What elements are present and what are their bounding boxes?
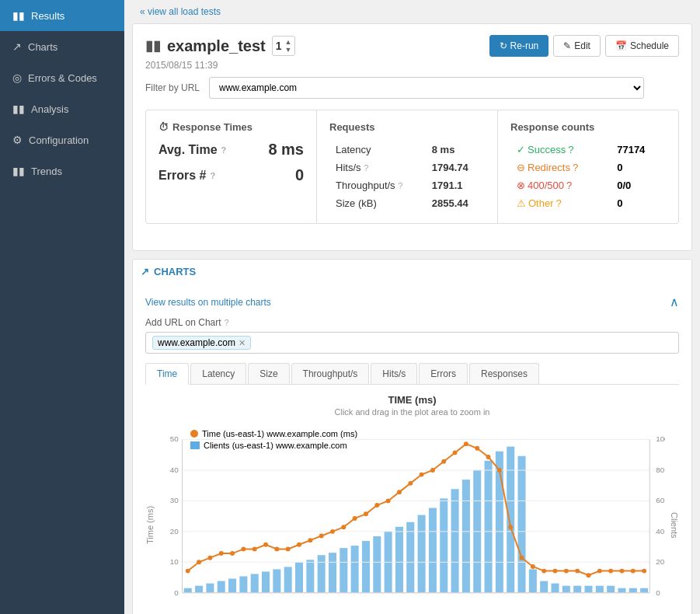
svg-text:60: 60: [656, 496, 664, 504]
svg-rect-5: [239, 577, 247, 593]
charts-inner: View results on multiple charts ∧ Add UR…: [133, 285, 691, 614]
svg-rect-24: [451, 489, 459, 593]
svg-text:20: 20: [170, 527, 179, 536]
charts-top-row: View results on multiple charts ∧: [145, 295, 679, 309]
filter-select[interactable]: www.example.com: [209, 77, 644, 99]
svg-text:20: 20: [656, 557, 664, 566]
svg-point-88: [464, 441, 468, 446]
rerun-icon: ↻: [500, 40, 507, 51]
svg-rect-16: [362, 541, 370, 593]
svg-text:0: 0: [656, 588, 660, 597]
sidebar: ▮▮ Results ↗ Charts ◎ Errors & Codes ▮▮ …: [0, 0, 124, 614]
timestamp: 2015/08/15 11:39: [145, 60, 679, 71]
response-counts-table: ✓ Success ? 77174 ⊖ Redirects ? 0 ⊗ 400/…: [510, 141, 666, 212]
chart-tab-responses[interactable]: Responses: [469, 363, 539, 384]
run-counter[interactable]: 1 ▲ ▼: [272, 36, 296, 56]
svg-point-96: [553, 569, 558, 574]
table-row: ⊖ Redirects ? 0: [510, 159, 666, 176]
schedule-button[interactable]: 📅 Schedule: [605, 35, 679, 57]
charts-icon: ↗: [12, 40, 22, 53]
svg-rect-20: [406, 522, 414, 593]
svg-point-63: [186, 569, 190, 574]
run-counter-arrows[interactable]: ▲ ▼: [285, 38, 292, 54]
table-row: ✓ Success ? 77174: [510, 141, 666, 159]
svg-rect-37: [596, 586, 604, 593]
svg-point-98: [575, 569, 580, 574]
chart-tab-hits/s[interactable]: Hits/s: [371, 363, 417, 384]
svg-text:50: 50: [170, 434, 179, 443]
requests-panel: Requests Latency 8 ms Hits/s ? 1794.74 T…: [317, 110, 498, 223]
svg-point-94: [531, 564, 535, 569]
sidebar-item-analysis[interactable]: ▮▮ Analysis: [0, 93, 124, 124]
svg-point-87: [453, 450, 458, 455]
view-all-link[interactable]: « view all load tests: [140, 6, 221, 17]
svg-point-82: [397, 490, 402, 494]
svg-rect-2: [206, 584, 214, 593]
results-icon: ▮▮: [12, 9, 25, 22]
hits-help[interactable]: ?: [364, 163, 368, 173]
svg-point-93: [520, 556, 524, 560]
svg-rect-27: [485, 461, 493, 593]
chart-subtitle: Click and drag in the plot area to zoom …: [145, 407, 679, 417]
svg-point-69: [252, 546, 257, 551]
svg-point-95: [542, 569, 546, 574]
svg-rect-22: [429, 508, 437, 593]
svg-text:30: 30: [170, 496, 179, 504]
avg-time-help[interactable]: ?: [221, 145, 227, 155]
svg-rect-11: [306, 560, 314, 592]
chart-tab-throughput/s[interactable]: Throughput/s: [291, 363, 370, 384]
collapse-button[interactable]: ∧: [670, 295, 679, 309]
svg-text:100: 100: [656, 434, 665, 443]
config-icon: ⚙: [12, 134, 23, 146]
filter-row: Filter by URL www.example.com: [145, 77, 679, 99]
chart-tab-errors[interactable]: Errors: [419, 363, 468, 384]
trends-icon: ▮▮: [12, 165, 25, 177]
filter-label: Filter by URL: [145, 82, 200, 93]
sidebar-item-errors-codes[interactable]: ◎ Errors & Codes: [0, 62, 124, 93]
url-tag-remove[interactable]: ✕: [239, 338, 246, 348]
svg-point-86: [441, 459, 446, 464]
y-axis-left-label: Time (ms): [145, 423, 159, 614]
chart-tab-size[interactable]: Size: [248, 363, 289, 384]
chart-svg: 0 10 20 30 40 50 0 20 40 60 80: [159, 423, 665, 614]
svg-rect-3: [218, 581, 225, 593]
sidebar-item-charts[interactable]: ↗ Charts: [0, 31, 124, 62]
chart-tab-time[interactable]: Time: [145, 363, 189, 385]
sidebar-item-configuration[interactable]: ⚙ Configuration: [0, 124, 124, 155]
view-multiple-link[interactable]: View results on multiple charts: [145, 297, 271, 308]
svg-point-64: [197, 560, 201, 564]
rerun-button[interactable]: ↻ Re-run: [489, 35, 549, 57]
header-row: ▮▮ example_test 1 ▲ ▼ ↻ Re-run ✎ Edit: [145, 35, 679, 57]
errors-icon: ◎: [12, 72, 22, 84]
svg-point-66: [219, 551, 224, 556]
svg-point-90: [486, 455, 491, 459]
svg-rect-8: [273, 569, 280, 592]
errors-item: Errors # ? 0: [158, 166, 304, 184]
schedule-icon: 📅: [615, 40, 627, 51]
response-times-title: ⏱ Response Times: [158, 121, 304, 133]
sidebar-item-trends[interactable]: ▮▮ Trends: [0, 155, 124, 187]
sidebar-item-results[interactable]: ▮▮ Results: [0, 0, 124, 31]
url-tag-input[interactable]: www.example.com ✕: [145, 332, 679, 354]
svg-point-74: [308, 538, 312, 542]
add-url-help[interactable]: ?: [225, 318, 229, 327]
response-times-panel: ⏱ Response Times Avg. Time ? 8 ms Errors…: [146, 110, 317, 223]
svg-rect-13: [329, 553, 336, 593]
svg-rect-17: [373, 536, 381, 593]
svg-point-65: [207, 556, 212, 560]
svg-rect-23: [440, 498, 448, 592]
chart-tab-latency[interactable]: Latency: [190, 363, 246, 384]
edit-button[interactable]: ✎ Edit: [553, 35, 601, 57]
svg-point-70: [263, 542, 268, 547]
top-link-area: « view all load tests: [124, 0, 700, 23]
svg-point-72: [286, 546, 291, 551]
clock-icon: ⏱: [158, 121, 169, 133]
svg-rect-7: [262, 571, 270, 592]
svg-point-102: [619, 569, 624, 574]
main-content-area: ▮▮ example_test 1 ▲ ▼ ↻ Re-run ✎ Edit: [132, 23, 692, 251]
errors-help[interactable]: ?: [210, 171, 215, 180]
svg-rect-21: [418, 515, 426, 593]
throughput-help[interactable]: ?: [398, 181, 402, 190]
svg-point-68: [241, 546, 246, 551]
error-icon: ⊗: [517, 180, 525, 191]
